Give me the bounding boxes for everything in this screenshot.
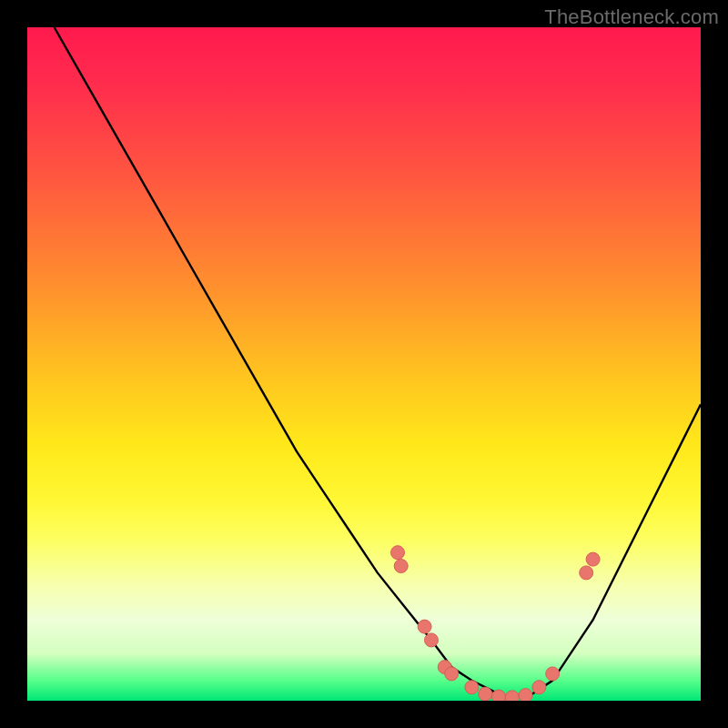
bottleneck-curve xyxy=(55,27,701,697)
data-point-marker xyxy=(394,560,408,573)
data-point-marker xyxy=(425,633,439,647)
chart-area xyxy=(27,27,701,701)
watermark-text: TheBottleneck.com xyxy=(544,5,719,29)
data-point-marker xyxy=(532,681,546,694)
data-point-marker xyxy=(519,689,532,701)
plot-svg xyxy=(27,27,701,701)
data-point-marker xyxy=(580,566,593,580)
data-point-marker xyxy=(479,687,492,701)
data-point-marker xyxy=(505,691,519,701)
data-point-marker xyxy=(586,552,600,566)
data-point-marker xyxy=(546,667,560,681)
data-point-marker xyxy=(445,667,459,681)
curve-markers xyxy=(391,546,601,701)
data-point-marker xyxy=(492,690,506,701)
data-point-marker xyxy=(465,681,479,694)
data-point-marker xyxy=(391,546,405,560)
data-point-marker xyxy=(418,620,431,633)
